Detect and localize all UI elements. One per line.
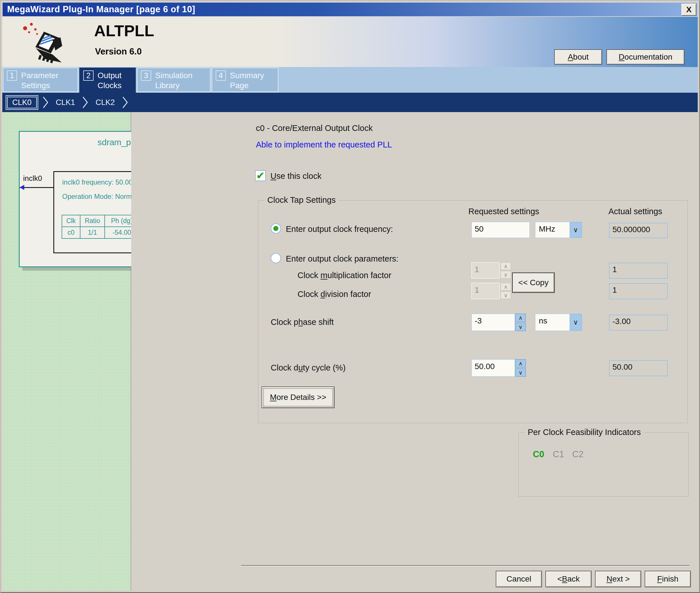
table-header-cell: Ratio <box>80 215 105 227</box>
operation-mode-text: Operation Mode: Normal <box>62 193 137 200</box>
tab-number: 1 <box>7 71 17 81</box>
multiplication-factor-label: Clock multiplication factor <box>298 271 391 280</box>
tab-label: ParameterSettings <box>21 71 59 89</box>
megawizard-logo-icon <box>19 20 76 65</box>
duty-cycle-input[interactable]: 50.00 <box>471 359 515 377</box>
clk-tab-clk1[interactable]: CLK1 <box>56 98 75 107</box>
footer-separator <box>241 565 690 566</box>
back-button[interactable]: < Back <box>545 571 592 587</box>
spin-down-icon[interactable]: ∨ <box>515 323 526 331</box>
header-banner: ALTPLL Version 6.0 About Documentation <box>2 17 698 67</box>
spin-up-icon[interactable]: ∧ <box>515 359 526 368</box>
phase-shift-spinner[interactable]: ∧ ∨ <box>515 313 526 331</box>
title-bar[interactable]: MegaWizard Plug-In Manager [page 6 of 10… <box>2 2 698 16</box>
table-cell: 1/1 <box>80 227 105 238</box>
multiplication-actual-value: 1 <box>609 263 668 279</box>
enter-frequency-label: Enter output clock frequency: <box>286 225 393 234</box>
finish-button[interactable]: Finish <box>645 571 691 587</box>
chevron-separator-icon <box>82 96 89 109</box>
next-button[interactable]: Next > <box>595 571 641 587</box>
inclk0-port-wire <box>20 187 53 188</box>
division-factor-spinner[interactable]: ∧ ∨ <box>500 283 511 299</box>
frequency-actual-value: 50.000000 <box>609 223 668 238</box>
use-this-clock-label: Use this clock <box>270 171 321 181</box>
more-details-button[interactable]: More Details >> <box>262 387 335 408</box>
phase-shift-input[interactable]: -3 <box>471 313 515 331</box>
duty-cycle-spinner[interactable]: ∧ ∨ <box>515 359 526 377</box>
clk-tab-clk2[interactable]: CLK2 <box>95 98 115 107</box>
wizard-tab-bar: 1 ParameterSettings 2 OutputClocks 3 Sim… <box>2 67 698 93</box>
megawizard-window: MegaWizard Plug-In Manager [page 6 of 10… <box>0 0 700 593</box>
inclk0-port-label: inclk0 <box>23 174 42 183</box>
duty-cycle-label: Clock duty cycle (%) <box>271 363 346 372</box>
chevron-separator-icon <box>122 96 129 109</box>
pll-status-message: Able to implement the requested PLL <box>256 140 392 150</box>
table-header-cell: Clk <box>62 215 80 227</box>
spin-down-icon[interactable]: ∨ <box>515 368 526 377</box>
feasibility-indicators-group: Per Clock Feasibility Indicators C0 C1 C… <box>518 433 689 497</box>
group-title: Per Clock Feasibility Indicators <box>525 428 644 437</box>
selected-unit: ns <box>535 314 570 330</box>
window-title: MegaWizard Plug-In Manager [page 6 of 10… <box>3 4 195 14</box>
multiplication-factor-spinner[interactable]: ∧ ∨ <box>500 262 511 279</box>
tab-number: 2 <box>83 71 93 81</box>
tab-label: SimulationLibrary <box>155 71 193 89</box>
inclk0-arrow-icon <box>20 185 24 190</box>
feasibility-indicator-c0: C0 <box>533 449 544 460</box>
cancel-button[interactable]: Cancel <box>496 571 542 587</box>
spin-down-icon[interactable]: ∨ <box>500 271 511 279</box>
phase-unit-select[interactable]: ns ∨ <box>535 313 582 331</box>
tab-number: 3 <box>141 71 151 81</box>
spin-up-icon[interactable]: ∧ <box>500 283 511 291</box>
group-title: Clock Tap Settings <box>264 195 339 205</box>
tab-label: SummaryPage <box>230 71 264 89</box>
clock-tap-settings-group: Clock Tap Settings Requested settings Ac… <box>258 200 688 424</box>
tab-summary-page[interactable]: 4 SummaryPage <box>212 68 278 92</box>
spin-down-icon[interactable]: ∨ <box>500 291 511 299</box>
close-button[interactable]: X <box>682 4 696 16</box>
main-content: c0 - Core/External Output Clock Able to … <box>131 112 698 591</box>
actual-settings-header: Actual settings <box>609 207 662 216</box>
selected-unit: MHz <box>535 222 570 238</box>
app-name: ALTPLL <box>94 22 154 40</box>
feasibility-indicator-c1: C1 <box>553 449 564 460</box>
clk-tab-clk0[interactable]: CLK0 <box>6 95 38 110</box>
use-this-clock-checkbox[interactable]: ✔ <box>255 170 266 181</box>
copy-button[interactable]: << Copy <box>512 272 555 293</box>
division-actual-value: 1 <box>609 283 668 299</box>
spin-up-icon[interactable]: ∧ <box>515 313 526 322</box>
documentation-button[interactable]: Documentation <box>607 49 685 65</box>
frequency-input[interactable]: 50 <box>471 222 530 238</box>
tab-parameter-settings[interactable]: 1 ParameterSettings <box>3 68 78 92</box>
close-icon: X <box>686 6 692 14</box>
dropdown-arrow-icon[interactable]: ∨ <box>570 222 582 238</box>
requested-settings-header: Requested settings <box>468 207 539 216</box>
checkmark-icon: ✔ <box>256 170 265 181</box>
phase-actual-value: -3.00 <box>609 315 668 330</box>
enter-parameters-radio[interactable] <box>271 253 281 263</box>
about-button[interactable]: About <box>554 49 602 65</box>
tab-output-clocks[interactable]: 2 OutputClocks <box>79 68 136 96</box>
division-factor-label: Clock division factor <box>298 289 371 299</box>
page-title: c0 - Core/External Output Clock <box>256 123 373 133</box>
table-cell: c0 <box>62 227 80 238</box>
enter-parameters-label: Enter output clock parameters: <box>286 254 398 264</box>
dropdown-arrow-icon[interactable]: ∨ <box>570 314 582 330</box>
multiplication-factor-input[interactable]: 1 <box>471 262 500 279</box>
tab-number: 4 <box>216 71 226 81</box>
division-factor-input[interactable]: 1 <box>471 283 500 299</box>
spin-up-icon[interactable]: ∧ <box>500 262 511 270</box>
chevron-separator-icon <box>42 96 49 109</box>
feasibility-indicator-c2: C2 <box>572 449 584 460</box>
phase-shift-label: Clock phase shift <box>271 317 334 327</box>
tab-label: OutputClocks <box>98 71 121 93</box>
app-version: Version 6.0 <box>95 46 142 57</box>
frequency-unit-select[interactable]: MHz ∨ <box>535 222 582 238</box>
diagram-panel: sdram_pll inclk0 c0 inclk0 frequency: 50… <box>2 112 131 591</box>
tab-simulation-library[interactable]: 3 SimulationLibrary <box>137 68 210 92</box>
enter-frequency-radio[interactable] <box>271 223 281 234</box>
duty-actual-value: 50.00 <box>609 360 668 376</box>
